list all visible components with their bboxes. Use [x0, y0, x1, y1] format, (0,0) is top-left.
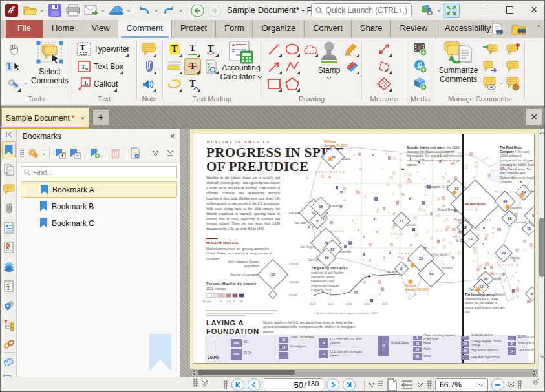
strikeout-text-button[interactable]: T	[184, 58, 201, 75]
distance-tool-button[interactable]	[376, 41, 392, 57]
bookmarks-pane-button[interactable]	[2, 141, 16, 158]
close-document-button[interactable]: ✕	[526, 108, 542, 125]
expand-toolbar-icon[interactable]	[417, 382, 424, 388]
panel-splitter[interactable]	[180, 129, 190, 392]
show-comments-button[interactable]	[482, 76, 498, 92]
squiggly-underline-button[interactable]: T	[202, 41, 219, 57]
tab-file[interactable]: File	[6, 20, 43, 38]
horizontal-scrollbar[interactable]	[190, 369, 538, 377]
tab-form[interactable]: Form	[215, 20, 252, 38]
bookmark-item[interactable]: Bookmark B	[21, 198, 177, 214]
collapse-ribbon-button[interactable]: ⌃	[535, 24, 542, 33]
scan-dropdown[interactable]: ⌄	[126, 6, 131, 13]
bookmark-options-dropdown[interactable]: ⌄	[41, 150, 47, 156]
page-current[interactable]: 50	[294, 380, 303, 390]
fit-page-button[interactable]	[386, 378, 398, 391]
tab-accessibility[interactable]: Accessibility	[436, 20, 499, 38]
collapse-panel-icon[interactable]	[2, 130, 16, 139]
maximize-button[interactable]	[498, 1, 521, 19]
email-button[interactable]	[83, 3, 99, 18]
copy-comments-button[interactable]	[505, 58, 522, 75]
page-number-box[interactable]: 50/130	[264, 378, 323, 391]
expand-toolbar-icon[interactable]	[368, 382, 375, 388]
minimize-button[interactable]	[473, 1, 497, 19]
forward-button[interactable]	[206, 3, 222, 18]
tab-share[interactable]: Share	[351, 20, 391, 38]
fields-pane-button[interactable]	[2, 220, 16, 236]
summarize-comments-button[interactable]: Summarize Comments	[438, 41, 479, 85]
delete-bookmark-button[interactable]	[109, 146, 122, 160]
signatures-pane-button[interactable]	[2, 240, 16, 255]
stamp-button[interactable]: Stamp	[314, 41, 345, 80]
ui-options-button[interactable]	[420, 3, 435, 18]
content-pane-button[interactable]: T	[2, 278, 16, 294]
zoom-level-box[interactable]: 66.7%	[435, 378, 488, 391]
highlight-text-button[interactable]: T	[166, 41, 183, 57]
underline-text-button[interactable]: T	[184, 41, 201, 57]
document-viewport[interactable]: MUSLIMS IN AMERICA PROGRESS IN SPITE OF …	[190, 129, 538, 369]
select-comments-button[interactable]: Select Comments	[30, 41, 69, 86]
accounting-calculator-button[interactable]: Accounting Calculator	[222, 41, 261, 82]
save-button[interactable]	[47, 3, 63, 18]
prev-page-button[interactable]	[248, 378, 261, 391]
add-3d-button[interactable]	[412, 76, 429, 92]
collapse-bookmarks-button[interactable]	[69, 146, 81, 160]
redo-button[interactable]	[161, 3, 176, 18]
import-comments-button[interactable]	[482, 41, 498, 57]
tab-organize[interactable]: Organize	[252, 20, 304, 38]
tab-convert[interactable]: Convert	[304, 20, 351, 38]
destinations-pane-button[interactable]	[2, 298, 16, 313]
show-comments-dropdown[interactable]: ⌄	[499, 79, 504, 85]
vertical-scroll-thumb[interactable]	[539, 218, 544, 277]
attach-file-button[interactable]	[140, 58, 157, 75]
find-icon[interactable]	[491, 23, 505, 36]
bookmark-options-button[interactable]	[26, 146, 39, 160]
polyline-tool-button[interactable]	[284, 58, 301, 75]
back-button[interactable]	[189, 3, 205, 18]
tab-close-icon[interactable]: ×	[81, 114, 85, 122]
bookmark-item[interactable]: Bookmark C	[21, 215, 177, 231]
undo-button[interactable]	[136, 3, 152, 18]
text-box-button[interactable]: T Text Box	[77, 58, 123, 75]
tags-pane-button[interactable]	[2, 317, 16, 333]
undo-dropdown[interactable]: ⌄	[154, 6, 159, 13]
bookmark-properties-button[interactable]	[129, 146, 142, 160]
scan-button[interactable]	[108, 3, 125, 18]
pan-tool-button[interactable]	[5, 41, 21, 57]
next-page-button[interactable]	[326, 378, 339, 391]
tab-protect[interactable]: Protect	[171, 20, 215, 38]
check-spelling-button[interactable]	[202, 58, 219, 75]
tab-view[interactable]: View	[83, 20, 118, 38]
document-tab[interactable]: Sample Document * ×	[1, 107, 89, 129]
comments-pane-button[interactable]	[2, 181, 16, 197]
export-comments-button[interactable]	[482, 58, 498, 75]
tab-home[interactable]: Home	[43, 20, 83, 38]
open-button[interactable]	[23, 3, 38, 18]
pencil-tool-button[interactable]	[343, 41, 360, 57]
fit-width-button[interactable]	[401, 380, 414, 390]
zoom-out-button[interactable]	[491, 378, 504, 391]
more-tools-icon[interactable]	[149, 146, 162, 160]
fullscreen-button[interactable]	[443, 3, 460, 18]
bookmark-find-box[interactable]: Find...	[21, 166, 177, 178]
thumbnails-pane-button[interactable]	[2, 162, 16, 178]
tool-settings-dropdown[interactable]: ⌄	[23, 79, 28, 85]
ui-options-dropdown[interactable]: ⌄	[436, 6, 442, 13]
tool-settings-button[interactable]	[5, 76, 21, 92]
eraser-tool-button[interactable]	[343, 58, 360, 75]
horizontal-scroll-thumb[interactable]	[198, 370, 295, 375]
add-audio-button[interactable]	[412, 58, 429, 75]
tab-review[interactable]: Review	[390, 20, 436, 38]
toolbar-grip[interactable]	[20, 148, 24, 158]
add-video-button[interactable]	[412, 41, 429, 57]
search-folder-icon[interactable]	[511, 23, 527, 36]
new-tab-button[interactable]: +	[92, 110, 109, 125]
quick-launch-box[interactable]: Quick Launch (CTRL+.)	[311, 3, 412, 17]
select-text-button[interactable]: T	[5, 58, 21, 75]
highlight-area-button[interactable]	[166, 58, 183, 75]
open-dropdown[interactable]: ⌄	[39, 6, 45, 13]
last-page-button[interactable]	[343, 378, 356, 391]
callout-button[interactable]: T. Callout	[77, 76, 118, 92]
expand-bookmarks-button[interactable]	[53, 146, 66, 160]
layers-pane-button[interactable]	[2, 259, 16, 274]
